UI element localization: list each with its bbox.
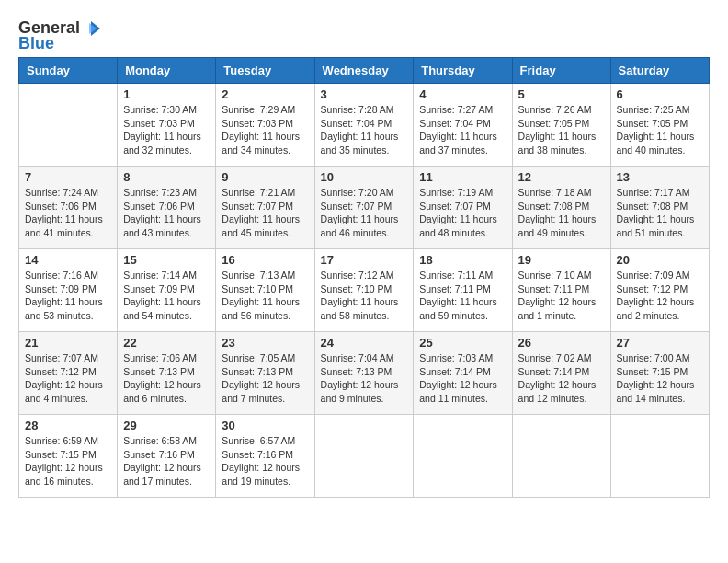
day-number: 12 — [518, 170, 605, 184]
calendar-cell — [610, 415, 709, 498]
day-info: Sunrise: 7:16 AM Sunset: 7:09 PM Dayligh… — [25, 269, 111, 323]
calendar-cell: 3Sunrise: 7:28 AM Sunset: 7:04 PM Daylig… — [314, 84, 414, 167]
weekday-header-friday: Friday — [512, 58, 610, 84]
calendar-cell: 16Sunrise: 7:13 AM Sunset: 7:10 PM Dayli… — [216, 249, 314, 332]
day-number: 23 — [222, 336, 308, 350]
day-number: 28 — [25, 419, 111, 432]
calendar-cell: 23Sunrise: 7:05 AM Sunset: 7:13 PM Dayli… — [216, 332, 314, 415]
day-number: 25 — [419, 336, 506, 350]
calendar-cell: 4Sunrise: 7:27 AM Sunset: 7:04 PM Daylig… — [414, 84, 512, 167]
day-number: 6 — [617, 87, 703, 101]
calendar-cell: 26Sunrise: 7:02 AM Sunset: 7:14 PM Dayli… — [512, 332, 610, 415]
calendar-cell: 25Sunrise: 7:03 AM Sunset: 7:14 PM Dayli… — [414, 332, 512, 415]
day-info: Sunrise: 7:23 AM Sunset: 7:06 PM Dayligh… — [123, 186, 210, 240]
day-info: Sunrise: 7:09 AM Sunset: 7:12 PM Dayligh… — [617, 269, 703, 323]
day-info: Sunrise: 7:28 AM Sunset: 7:04 PM Dayligh… — [321, 103, 408, 157]
day-info: Sunrise: 6:59 AM Sunset: 7:15 PM Dayligh… — [25, 434, 111, 488]
weekday-header-monday: Monday — [118, 58, 216, 84]
day-number: 1 — [123, 87, 210, 101]
calendar-cell: 14Sunrise: 7:16 AM Sunset: 7:09 PM Dayli… — [19, 249, 118, 332]
weekday-header-row: SundayMondayTuesdayWednesdayThursdayFrid… — [19, 58, 710, 84]
day-info: Sunrise: 7:14 AM Sunset: 7:09 PM Dayligh… — [123, 269, 210, 323]
day-info: Sunrise: 7:18 AM Sunset: 7:08 PM Dayligh… — [518, 186, 605, 240]
calendar-cell: 29Sunrise: 6:58 AM Sunset: 7:16 PM Dayli… — [118, 415, 216, 498]
day-number: 13 — [617, 170, 703, 184]
weekday-header-sunday: Sunday — [19, 58, 118, 84]
calendar-week-3: 14Sunrise: 7:16 AM Sunset: 7:09 PM Dayli… — [19, 249, 710, 332]
day-info: Sunrise: 7:07 AM Sunset: 7:12 PM Dayligh… — [25, 351, 111, 406]
calendar-cell: 24Sunrise: 7:04 AM Sunset: 7:13 PM Dayli… — [314, 332, 414, 415]
day-number: 11 — [419, 170, 506, 184]
calendar-cell: 10Sunrise: 7:20 AM Sunset: 7:07 PM Dayli… — [314, 167, 414, 249]
calendar-cell: 5Sunrise: 7:26 AM Sunset: 7:05 PM Daylig… — [512, 84, 610, 167]
day-info: Sunrise: 7:03 AM Sunset: 7:14 PM Dayligh… — [419, 351, 506, 406]
calendar-cell: 22Sunrise: 7:06 AM Sunset: 7:13 PM Dayli… — [118, 332, 216, 415]
day-number: 16 — [222, 253, 308, 267]
calendar-cell: 7Sunrise: 7:24 AM Sunset: 7:06 PM Daylig… — [19, 167, 118, 249]
day-info: Sunrise: 7:10 AM Sunset: 7:11 PM Dayligh… — [518, 269, 605, 323]
day-info: Sunrise: 7:04 AM Sunset: 7:13 PM Dayligh… — [321, 351, 408, 406]
day-info: Sunrise: 7:29 AM Sunset: 7:03 PM Dayligh… — [222, 103, 308, 157]
calendar-cell — [512, 415, 610, 498]
day-info: Sunrise: 7:21 AM Sunset: 7:07 PM Dayligh… — [222, 186, 308, 240]
day-info: Sunrise: 7:19 AM Sunset: 7:07 PM Dayligh… — [419, 186, 506, 240]
calendar-cell: 21Sunrise: 7:07 AM Sunset: 7:12 PM Dayli… — [19, 332, 118, 415]
day-number: 9 — [222, 170, 308, 184]
calendar-cell: 30Sunrise: 6:57 AM Sunset: 7:16 PM Dayli… — [216, 415, 314, 498]
weekday-header-wednesday: Wednesday — [314, 58, 414, 84]
day-number: 18 — [419, 253, 506, 267]
calendar-cell — [19, 84, 118, 167]
day-info: Sunrise: 6:58 AM Sunset: 7:16 PM Dayligh… — [123, 434, 210, 488]
calendar-cell: 8Sunrise: 7:23 AM Sunset: 7:06 PM Daylig… — [118, 167, 216, 249]
calendar-cell: 9Sunrise: 7:21 AM Sunset: 7:07 PM Daylig… — [216, 167, 314, 249]
calendar-cell: 6Sunrise: 7:25 AM Sunset: 7:05 PM Daylig… — [610, 84, 709, 167]
calendar-cell: 20Sunrise: 7:09 AM Sunset: 7:12 PM Dayli… — [610, 249, 709, 332]
calendar-cell: 12Sunrise: 7:18 AM Sunset: 7:08 PM Dayli… — [512, 167, 610, 249]
day-number: 26 — [518, 336, 605, 350]
calendar-cell: 28Sunrise: 6:59 AM Sunset: 7:15 PM Dayli… — [19, 415, 118, 498]
logo-blue: Blue — [18, 34, 54, 53]
day-number: 4 — [419, 87, 506, 101]
day-info: Sunrise: 7:06 AM Sunset: 7:13 PM Dayligh… — [123, 351, 210, 406]
calendar-cell: 18Sunrise: 7:11 AM Sunset: 7:11 PM Dayli… — [414, 249, 512, 332]
logo: General Blue — [18, 18, 100, 53]
calendar-cell: 11Sunrise: 7:19 AM Sunset: 7:07 PM Dayli… — [414, 167, 512, 249]
day-info: Sunrise: 7:26 AM Sunset: 7:05 PM Dayligh… — [518, 103, 605, 157]
weekday-header-thursday: Thursday — [414, 58, 512, 84]
day-info: Sunrise: 7:05 AM Sunset: 7:13 PM Dayligh… — [222, 351, 308, 406]
day-info: Sunrise: 7:00 AM Sunset: 7:15 PM Dayligh… — [617, 351, 703, 406]
day-info: Sunrise: 7:12 AM Sunset: 7:10 PM Dayligh… — [321, 269, 408, 323]
calendar-cell: 13Sunrise: 7:17 AM Sunset: 7:08 PM Dayli… — [610, 167, 709, 249]
calendar-cell — [414, 415, 512, 498]
calendar-week-4: 21Sunrise: 7:07 AM Sunset: 7:12 PM Dayli… — [19, 332, 710, 415]
calendar-cell: 27Sunrise: 7:00 AM Sunset: 7:15 PM Dayli… — [610, 332, 709, 415]
day-number: 5 — [518, 87, 605, 101]
logo-container: General Blue — [18, 18, 100, 53]
day-number: 20 — [617, 253, 703, 267]
logo-bird-icon — [82, 19, 100, 38]
day-info: Sunrise: 7:02 AM Sunset: 7:14 PM Dayligh… — [518, 351, 605, 406]
day-info: Sunrise: 7:11 AM Sunset: 7:11 PM Dayligh… — [419, 269, 506, 323]
calendar-table: SundayMondayTuesdayWednesdayThursdayFrid… — [18, 57, 710, 498]
calendar-cell: 2Sunrise: 7:29 AM Sunset: 7:03 PM Daylig… — [216, 84, 314, 167]
day-info: Sunrise: 7:24 AM Sunset: 7:06 PM Dayligh… — [25, 186, 111, 240]
day-number: 14 — [25, 253, 111, 267]
day-info: Sunrise: 6:57 AM Sunset: 7:16 PM Dayligh… — [222, 434, 308, 488]
calendar-cell — [314, 415, 414, 498]
calendar-week-5: 28Sunrise: 6:59 AM Sunset: 7:15 PM Dayli… — [19, 415, 710, 498]
day-number: 10 — [321, 170, 408, 184]
day-number: 19 — [518, 253, 605, 267]
day-number: 8 — [123, 170, 210, 184]
calendar-cell: 15Sunrise: 7:14 AM Sunset: 7:09 PM Dayli… — [118, 249, 216, 332]
day-info: Sunrise: 7:25 AM Sunset: 7:05 PM Dayligh… — [617, 103, 703, 157]
calendar-cell: 19Sunrise: 7:10 AM Sunset: 7:11 PM Dayli… — [512, 249, 610, 332]
day-number: 2 — [222, 87, 308, 101]
day-number: 7 — [25, 170, 111, 184]
day-info: Sunrise: 7:13 AM Sunset: 7:10 PM Dayligh… — [222, 269, 308, 323]
day-info: Sunrise: 7:27 AM Sunset: 7:04 PM Dayligh… — [419, 103, 506, 157]
day-number: 27 — [617, 336, 703, 350]
day-info: Sunrise: 7:20 AM Sunset: 7:07 PM Dayligh… — [321, 186, 408, 240]
calendar-week-1: 1Sunrise: 7:30 AM Sunset: 7:03 PM Daylig… — [19, 84, 710, 167]
day-number: 22 — [123, 336, 210, 350]
day-number: 21 — [25, 336, 111, 350]
